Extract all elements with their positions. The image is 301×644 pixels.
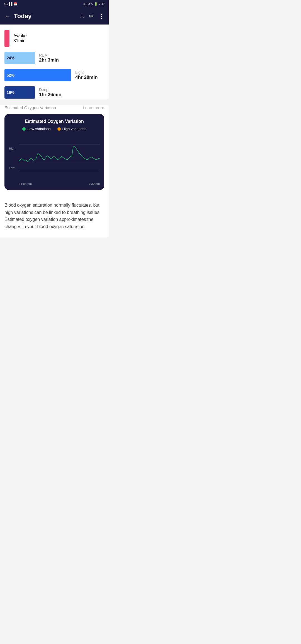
low-label: Low variations (27, 127, 50, 131)
chart-y-labels: High Low (9, 136, 15, 180)
battery-text: 23% (87, 2, 93, 6)
x-label-start: 11:04 pm (19, 182, 32, 186)
deep-stage-label: Deep (39, 87, 61, 92)
description-text: Blood oxygen saturation normally fluctua… (4, 202, 104, 230)
chart-svg-container (19, 136, 100, 174)
oxygen-chart-svg (19, 136, 100, 174)
low-dot (22, 127, 26, 131)
rem-label: REM 2hr 3min (39, 53, 59, 63)
rem-percent: 24% (7, 56, 14, 60)
light-duration: 4hr 28min (75, 75, 98, 80)
status-right: ∗ 23% 🔋 7:47 (83, 2, 105, 6)
chart-title: Estimated Oxygen Variation (9, 119, 100, 124)
sleep-stage-light: 52% Light 4hr 28min (4, 69, 104, 81)
sleep-stage-deep: 16% Deep 1hr 26min (4, 86, 104, 99)
description-section: Blood oxygen saturation normally fluctua… (0, 199, 109, 237)
edit-button[interactable]: ✏ (89, 13, 94, 19)
light-bar-container: 52% (4, 69, 71, 81)
y-label-high: High (9, 147, 15, 150)
status-bar: 4G▐▐ 📅 ∗ 23% 🔋 7:47 (0, 0, 109, 8)
deep-duration: 1hr 26min (39, 92, 61, 97)
rem-bar-container: 24% (4, 52, 35, 64)
learn-more-button[interactable]: Learn more (83, 105, 104, 110)
deep-bar-container: 16% (4, 86, 35, 99)
awake-stage-label: Awake (13, 33, 27, 38)
chart-x-labels: 11:04 pm 7:32 am (9, 182, 100, 186)
deep-label: Deep 1hr 26min (39, 87, 61, 97)
awake-label: Awake 31min (13, 33, 27, 43)
rem-stage-label: REM (39, 53, 59, 57)
y-label-low: Low (9, 166, 15, 170)
oxygen-chart-card: Estimated Oxygen Variation Low variation… (4, 114, 104, 190)
bluetooth-icon: ∗ (83, 2, 86, 6)
page-title: Today (14, 13, 80, 20)
awake-bar (4, 30, 9, 47)
time-display: 7:47 (99, 2, 105, 6)
oxygen-section: Estimated Oxygen Variation Learn more Es… (0, 105, 109, 199)
x-label-end: 7:32 am (89, 182, 100, 186)
calendar-icon: 📅 (13, 2, 17, 6)
back-button[interactable]: ← (4, 13, 11, 20)
deep-bar: 16% (4, 86, 35, 99)
header-actions: ∴ ✏ ⋮ (80, 13, 104, 19)
more-button[interactable]: ⋮ (99, 13, 104, 19)
light-label: Light 4hr 28min (75, 70, 98, 80)
status-left: 4G▐▐ 📅 (4, 2, 17, 6)
sleep-stage-awake: Awake 31min (4, 30, 104, 47)
chart-legend: Low variations High variations (9, 127, 100, 131)
light-bar: 52% (4, 69, 71, 81)
legend-low: Low variations (22, 127, 50, 131)
deep-percent: 16% (7, 90, 14, 95)
rem-bar: 24% (4, 52, 35, 64)
oxygen-header: Estimated Oxygen Variation Learn more (4, 105, 104, 110)
light-percent: 52% (7, 73, 14, 77)
awake-duration: 31min (13, 38, 27, 43)
chart-area: High Low (9, 136, 100, 180)
rem-duration: 2hr 3min (39, 57, 59, 63)
legend-high: High variations (57, 127, 86, 131)
high-dot (57, 127, 61, 131)
light-stage-label: Light (75, 70, 98, 75)
high-label: High variations (62, 127, 86, 131)
app-header: ← Today ∴ ✏ ⋮ (0, 8, 109, 25)
sleep-content: Awake 31min 24% REM 2hr 3min 52% Light 4… (0, 25, 109, 99)
share-button[interactable]: ∴ (80, 13, 84, 19)
sleep-stage-rem: 24% REM 2hr 3min (4, 52, 104, 64)
signal-icon: 4G▐▐ (4, 2, 12, 6)
battery-icon: 🔋 (94, 2, 98, 6)
oxygen-section-title: Estimated Oxygen Variation (4, 105, 56, 110)
